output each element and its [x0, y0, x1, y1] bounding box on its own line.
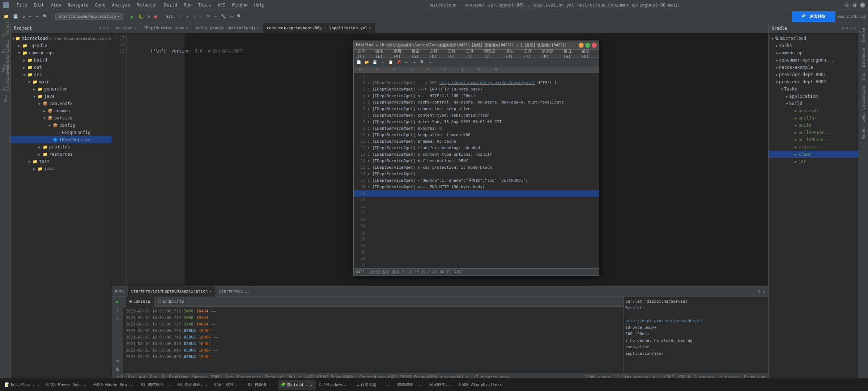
git-history-icon[interactable]: ⟳: [205, 13, 211, 20]
favorites-tab[interactable]: 2: Favorites: [1, 77, 10, 85]
run-with-coverage-button[interactable]: ⚙: [146, 13, 152, 20]
debug-button[interactable]: 🐛: [137, 13, 145, 20]
gradle-consumer[interactable]: ▶ consumer-springboo...: [769, 56, 859, 64]
popup-cut-btn[interactable]: ✂: [379, 59, 386, 66]
http-url-link[interactable]: http://dept.provider/provider/dept/get/1: [439, 80, 535, 85]
menu-vcs[interactable]: VCS: [215, 2, 229, 8]
tree-item-src[interactable]: ▼ 📁 src: [11, 71, 112, 78]
tree-item-main[interactable]: ▼ 📁 main: [11, 78, 112, 85]
taskbar-01[interactable]: 01_调试账号...: [138, 380, 174, 390]
tree-item-test-java[interactable]: ▶ 📁 java: [11, 165, 112, 172]
gradle-tasks-1[interactable]: ▶ Tasks: [769, 42, 859, 49]
tree-item-common-api[interactable]: ▼ 📁 common-api: [11, 49, 112, 56]
popup-find-btn[interactable]: 🔍: [419, 59, 426, 66]
maven-tab[interactable]: Maven: [860, 125, 867, 142]
gradle-tab[interactable]: Gradle: [860, 25, 867, 45]
menu-view[interactable]: View: [48, 2, 64, 8]
popup-menu-view[interactable]: 查看(V): [391, 48, 409, 59]
toolbar-open-file[interactable]: 📁: [2, 13, 10, 20]
toolbar-back[interactable]: ←: [28, 13, 33, 20]
run-filter-icon[interactable]: ⚙: [114, 357, 121, 364]
build-icon[interactable]: ⚒: [229, 13, 234, 20]
run-button[interactable]: ▶: [129, 13, 135, 20]
git-pull-icon[interactable]: ⇓: [199, 13, 204, 20]
tab-ideptservice[interactable]: IDeptService.java ✕: [140, 23, 192, 33]
stop-button[interactable]: ■: [153, 13, 158, 20]
popup-undo-btn[interactable]: ↩: [403, 59, 410, 66]
popup-menu-project[interactable]: 工程(P): [446, 48, 464, 59]
panel-close-icon[interactable]: ✕: [106, 26, 109, 30]
popup-menu-doc[interactable]: 文档(D): [427, 48, 446, 59]
gradle-build-group[interactable]: ▼ build: [769, 100, 859, 107]
gradle-expand-all-icon[interactable]: ⇔: [850, 26, 852, 30]
run-tab-provi[interactable]: StartProvi...: [215, 286, 254, 297]
search-everywhere-icon[interactable]: 🔍: [235, 13, 243, 20]
tree-item-build[interactable]: ▶ 📁 build: [11, 56, 112, 64]
popup-menu-help[interactable]: 帮助(H): [579, 48, 597, 59]
menu-analyze[interactable]: Analyze: [109, 2, 133, 8]
popup-menu-tools[interactable]: 工具(T): [464, 48, 482, 59]
tree-item-java[interactable]: ▼ 📁 java: [11, 93, 112, 100]
gradle-provider-8001[interactable]: ▶ provider-dept-8001: [769, 71, 859, 78]
panel-settings-icon[interactable]: ⚙: [99, 26, 101, 30]
gradle-link-icon[interactable]: ⚙: [846, 26, 848, 30]
ant-tab[interactable]: Ant: [860, 70, 867, 83]
gradle-common-api[interactable]: ▶ common-api: [769, 49, 859, 56]
tree-item-resources[interactable]: ▶ 📁 resources: [11, 151, 112, 158]
taskbar-02[interactable]: 02_微服务...: [245, 380, 277, 390]
settings-icon[interactable]: 🔧: [220, 13, 227, 20]
run-panel-settings-icon[interactable]: ⚙: [758, 289, 761, 294]
menu-window[interactable]: Window: [229, 2, 250, 8]
toolbar-forward[interactable]: →: [34, 13, 40, 20]
tab-on-java[interactable]: on.java ✕: [112, 23, 140, 33]
popup-minimize-button[interactable]: [579, 43, 584, 48]
tree-item-feignconfig[interactable]: ☕ FeignConfig: [11, 129, 112, 136]
run-panel-close-icon[interactable]: ✕: [763, 289, 765, 294]
menu-code[interactable]: Code: [92, 2, 109, 8]
gradle-task-builddepen[interactable]: ▶ buildDepen...: [769, 129, 859, 136]
gradle-provider-8002[interactable]: ▼ provider-dept-8002: [769, 78, 859, 85]
gradle-task-jar[interactable]: ▶ jar: [769, 158, 859, 165]
close-run-tab-8001[interactable]: ✕: [209, 289, 211, 293]
gradle-root[interactable]: ▼ 🏗 microcloud: [769, 35, 859, 42]
popup-menu-file[interactable]: 文件(F): [355, 48, 373, 59]
popup-copy-btn[interactable]: 📋: [387, 59, 394, 66]
pull-requests-tab[interactable]: Pull Requests: [1, 59, 10, 68]
run-scroll-down-icon[interactable]: ↓: [114, 315, 121, 323]
tree-item-service[interactable]: ▼ 📦 service: [11, 114, 112, 122]
git-check-icon[interactable]: ✓: [178, 13, 184, 20]
taskbar-anxun[interactable]: 安讯时代...: [426, 380, 455, 390]
git-push-icon[interactable]: ⇑: [192, 13, 197, 20]
popup-menu-monitor[interactable]: 监测器(M): [540, 48, 561, 59]
gradle-task-bootjar[interactable]: ▶ bootJar: [769, 114, 859, 122]
popup-paste-btn[interactable]: 📌: [395, 59, 402, 66]
toolbar-save[interactable]: 💾: [12, 13, 20, 20]
menu-run[interactable]: Run: [181, 2, 195, 8]
menu-build[interactable]: Build: [161, 2, 180, 8]
close-tab-on-java[interactable]: ✕: [134, 26, 136, 30]
tree-item-com-yootk[interactable]: ▼ 📦 com.yootk: [11, 100, 112, 107]
gradle-task-build[interactable]: ▶ build: [769, 122, 859, 129]
gradle-refresh-icon[interactable]: ↻: [842, 26, 844, 30]
taskbar-maven-2[interactable]: 0423-Maven Rep...: [90, 380, 137, 390]
menu-file[interactable]: File: [14, 2, 30, 8]
popup-save-btn[interactable]: 💾: [371, 59, 378, 66]
tab-application-yml[interactable]: consumer-springboot-80\...\application.y…: [263, 23, 375, 33]
run-trash-icon[interactable]: 🗑: [114, 366, 121, 373]
run-play-icon[interactable]: ▶: [114, 298, 121, 305]
run-scroll-up-icon[interactable]: ↑: [114, 307, 121, 314]
gradle-task-buildneede[interactable]: ▶ buildNeede...: [769, 136, 859, 143]
taskbar-csdn[interactable]: CSDN AloneDrifters: [456, 380, 505, 390]
run-configuration[interactable]: StartConsumerApplication ▾: [55, 13, 123, 20]
taskbar-bilibili[interactable]: 哔哩哔哩-...: [395, 380, 426, 390]
gradle-tasks-8002[interactable]: ▼ Tasks: [769, 85, 859, 93]
tree-item-generated[interactable]: ▶ 📁 generated: [11, 85, 112, 93]
minimize-button[interactable]: —: [844, 3, 849, 8]
gradle-close-icon[interactable]: ✕: [853, 26, 856, 30]
close-button[interactable]: ✕: [860, 3, 865, 8]
tree-item-gradle[interactable]: ▶ 📁 .gradle: [11, 42, 112, 49]
popup-redo-btn[interactable]: ↪: [411, 59, 418, 66]
tree-root-microcloud[interactable]: ▼ 📁 microcloud H:\workspace\idea\microcl…: [11, 35, 112, 42]
popup-menu-browser[interactable]: 浏览器(B): [482, 48, 503, 59]
tab-build-gradle[interactable]: build.gradle (microcloud) ✕: [192, 23, 263, 33]
